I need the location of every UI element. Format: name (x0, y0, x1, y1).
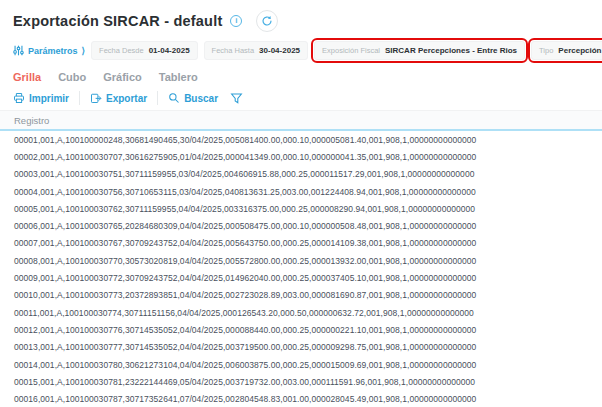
record-row[interactable]: 00001,001,A,100100000248,30681490465,30/… (0, 131, 602, 148)
toolbar-separator (157, 91, 158, 105)
export-button[interactable]: Exportar (90, 92, 147, 104)
print-label: Imprimir (29, 93, 69, 104)
export-label: Exportar (106, 93, 147, 104)
tab-tablero[interactable]: Tablero (159, 71, 198, 83)
sliders-icon (13, 45, 24, 56)
record-row[interactable]: 00004,001,A,100100030756,30710653115,03/… (0, 183, 602, 200)
search-button[interactable]: Buscar (168, 92, 218, 104)
tab-cubo[interactable]: Cubo (58, 71, 86, 83)
tab-grilla[interactable]: Grilla (13, 71, 41, 83)
param-fecha-desde[interactable]: Fecha Desde 01-04-2025 (91, 41, 198, 60)
record-row[interactable]: 00007,001,A,100100030767,30709243752,04/… (0, 235, 602, 252)
grid-toolbar: Imprimir Exportar Buscar (0, 85, 602, 110)
record-row[interactable]: 00016,001,A,100100030787,30717352641,07/… (0, 390, 602, 407)
record-row[interactable]: 00012,001,A,100100030776,30714535052,04/… (0, 321, 602, 338)
parameters-bar: Parámetros ⟩ Fecha Desde 01-04-2025 Fech… (0, 36, 602, 64)
record-row[interactable]: 00008,001,A,100100030770,30573020819,04/… (0, 252, 602, 269)
print-button[interactable]: Imprimir (13, 92, 69, 104)
param-tipo[interactable]: Tipo Percepción (531, 41, 602, 60)
toolbar-separator (79, 91, 80, 105)
record-row[interactable]: 00005,001,A,100100030762,30711159955,04/… (0, 200, 602, 217)
param-value: SIRCAR Percepciones - Entre Rios (385, 46, 517, 55)
param-value: 30-04-2025 (259, 46, 300, 55)
view-tabs: Grilla Cubo Gráfico Tablero (0, 64, 602, 85)
record-row[interactable]: 00002,001,A,100100030707,30616275905,01/… (0, 148, 602, 165)
record-row[interactable]: 00006,001,A,100100030765,20284680309,04/… (0, 217, 602, 234)
record-list: 00001,001,A,100100000248,30681490465,30/… (0, 131, 602, 407)
filter-button[interactable] (230, 92, 243, 105)
tab-grafico[interactable]: Gráfico (103, 71, 142, 83)
printer-icon (13, 92, 25, 104)
param-label: Fecha Desde (99, 46, 144, 55)
export-sircar-page: Exportación SIRCAR - default i (0, 0, 602, 407)
record-row[interactable]: 00015,001,A,100100030781,23222144469,05/… (0, 373, 602, 390)
param-value: Percepción (558, 46, 601, 55)
refresh-icon (261, 15, 273, 27)
parameters-label: Parámetros (28, 46, 78, 56)
param-value: 01-04-2025 (149, 46, 190, 55)
chevron-right-icon: ⟩ (82, 46, 86, 56)
param-label: Tipo (539, 46, 553, 55)
search-icon (168, 92, 180, 104)
record-row[interactable]: 00014,001,A,100100030780,30621273104,04/… (0, 356, 602, 373)
page-header: Exportación SIRCAR - default i (0, 0, 602, 36)
page-title: Exportación SIRCAR - default (13, 13, 222, 29)
filter-funnel-icon (230, 92, 243, 105)
export-icon (90, 92, 102, 104)
column-header-label: Registro (14, 115, 49, 126)
param-label: Exposición Fiscal (322, 46, 380, 55)
record-row[interactable]: 00003,001,A,100100030751,30711159955,03/… (0, 166, 602, 183)
search-label: Buscar (184, 93, 218, 104)
param-label: Fecha Hasta (212, 46, 255, 55)
info-icon[interactable]: i (230, 15, 242, 27)
record-row[interactable]: 00011,001,A,100100030774,30711151156,04/… (0, 304, 602, 321)
record-row[interactable]: 00009,001,A,100100030772,30709243752,04/… (0, 269, 602, 286)
param-exposicion-fiscal[interactable]: Exposición Fiscal SIRCAR Percepciones - … (314, 41, 525, 60)
param-fecha-hasta[interactable]: Fecha Hasta 30-04-2025 (204, 41, 308, 60)
record-row[interactable]: 00013,001,A,100100030777,30714535052,04/… (0, 339, 602, 356)
grid-column-header[interactable]: Registro (0, 110, 602, 131)
parameters-toggle[interactable]: Parámetros ⟩ (13, 45, 85, 56)
refresh-button[interactable] (256, 10, 278, 32)
record-row[interactable]: 00010,001,A,100100030773,20372893851,04/… (0, 287, 602, 304)
